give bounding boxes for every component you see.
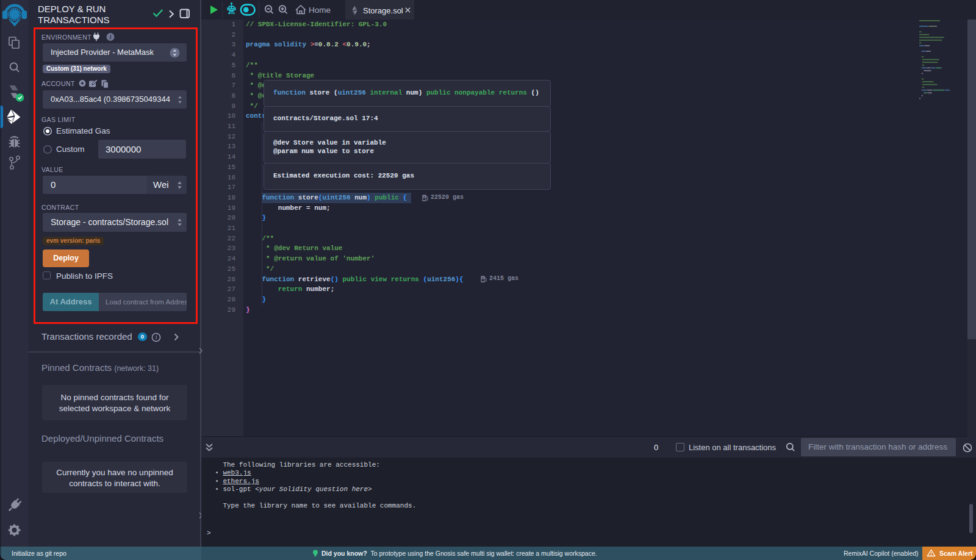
svg-text:i: i xyxy=(156,334,157,340)
